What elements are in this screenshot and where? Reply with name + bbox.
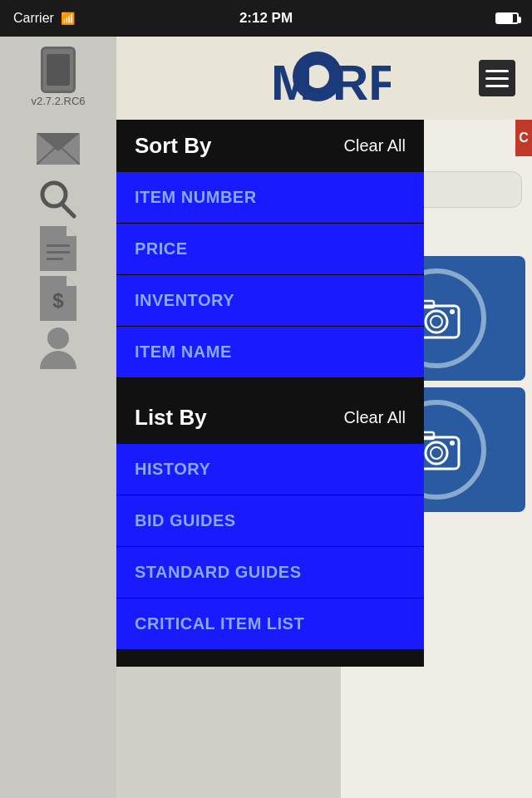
sort-item-number-label: ITEM NUMBER [135,188,257,207]
svg-marker-12 [66,276,76,286]
svg-point-22 [450,309,455,314]
wifi-icon: 📶 [61,12,75,25]
sort-price-label: PRICE [135,239,188,259]
list-clear-all[interactable]: Clear All [344,408,406,427]
sort-by-header: Sort By Clear All [116,120,424,172]
list-standard-guides[interactable]: STANDARD GUIDES [116,547,424,598]
document-icon[interactable] [29,224,87,273]
svg-line-5 [62,204,74,216]
sort-menu: Sort By Clear All ITEM NUMBER PRICE INVE… [116,120,424,667]
sort-inventory[interactable]: INVENTORY [116,275,424,327]
tab-label: C [519,131,529,145]
search-svg [37,178,79,219]
menu-spacer [116,378,424,392]
svg-text:M: M [271,55,313,111]
hamburger-line-2 [485,77,509,80]
logo-svg: M RF [258,45,391,111]
version-label: v2.7.2.RC6 [31,95,85,107]
svg-point-25 [431,447,442,459]
document-svg [40,226,76,271]
svg-point-24 [426,442,447,464]
dollar-doc-svg: $ [40,276,76,321]
device-icon-wrapper [29,45,87,95]
time-display: 2:12 PM [239,10,293,26]
sort-item-number[interactable]: ITEM NUMBER [116,172,424,224]
app-container: v2.7.2.RC6 [0,37,532,798]
main-header: M RF [116,37,532,120]
person-svg [40,328,76,369]
sort-by-title: Sort By [135,133,211,159]
list-bid-guides-label: BID GUIDES [135,511,236,530]
svg-rect-26 [422,432,434,439]
hamburger-line-1 [485,70,509,72]
list-history[interactable]: HISTORY [116,444,424,495]
sort-clear-all[interactable]: Clear All [344,136,406,155]
hamburger-line-3 [485,85,509,87]
list-history-label: HISTORY [135,460,210,479]
svg-rect-10 [47,258,63,260]
status-bar: Carrier 📶 2:12 PM [0,0,532,37]
svg-rect-9 [47,251,70,254]
list-bid-guides[interactable]: BID GUIDES [116,495,424,547]
tab-indicator[interactable]: C [515,120,532,156]
svg-point-20 [431,316,442,328]
svg-point-27 [450,441,455,446]
device-icon [41,47,76,93]
list-critical-item-label: CRITICAL ITEM LIST [135,614,304,633]
svg-marker-7 [66,226,76,236]
sidebar: v2.7.2.RC6 [0,37,116,798]
svg-text:$: $ [52,289,64,312]
sort-inventory-label: INVENTORY [135,291,234,310]
svg-rect-21 [422,301,434,308]
svg-text:RF: RF [332,55,391,111]
hamburger-button[interactable] [479,60,515,96]
dollar-document-icon[interactable]: $ [29,273,87,323]
svg-rect-8 [47,244,70,247]
list-by-title: List By [135,405,207,431]
list-by-header: List By Clear All [116,392,424,444]
sort-price[interactable]: PRICE [116,224,424,275]
battery-icon [495,12,519,24]
mail-icon[interactable] [29,124,87,174]
sort-item-name-label: ITEM NAME [135,342,232,362]
user-icon[interactable] [29,323,87,373]
main-area: M RF Sort By Clear All ITEM NUMBER [116,37,532,798]
logo-area: M RF [170,45,479,111]
carrier-label: Carrier [13,11,54,26]
search-icon-large[interactable] [29,174,87,224]
list-standard-guides-label: STANDARD GUIDES [135,563,301,582]
svg-point-19 [426,311,447,332]
list-critical-item[interactable]: CRITICAL ITEM LIST [116,598,424,650]
sort-item-name[interactable]: ITEM NAME [116,327,424,378]
envelope-svg [37,133,80,165]
